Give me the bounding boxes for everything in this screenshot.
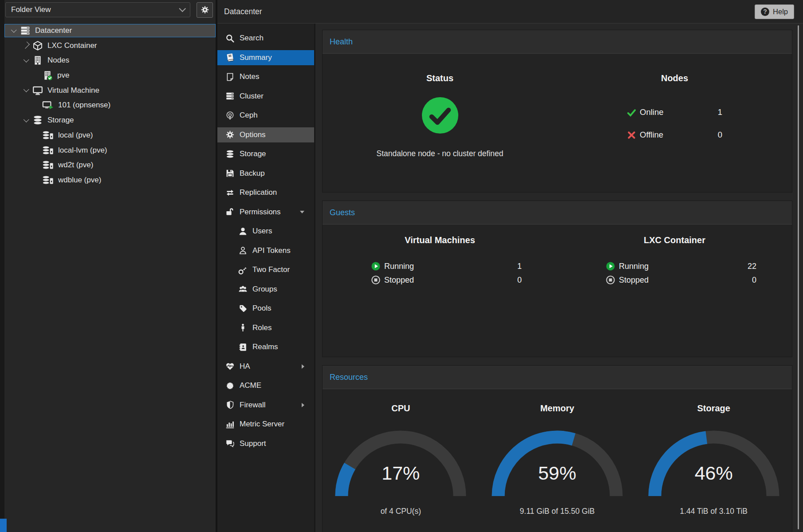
- gauge-cpu: CPU 17% of 4 CPU(s): [323, 389, 479, 516]
- status-heading: Status: [426, 73, 453, 83]
- tree-item-datacenter[interactable]: Datacenter: [4, 24, 216, 37]
- chevron-down-icon[interactable]: [23, 87, 29, 94]
- nodes-column: Nodes Online 1: [557, 54, 792, 158]
- users-icon: [238, 284, 248, 294]
- replication-icon: [225, 188, 235, 197]
- ceph-icon: [225, 111, 235, 120]
- menu-item-permissions[interactable]: Permissions: [217, 205, 314, 220]
- menu-item-cluster[interactable]: Cluster: [217, 89, 314, 104]
- vm-stopped-row: Stopped 0: [371, 274, 522, 286]
- menu-item-storage[interactable]: Storage: [217, 146, 314, 162]
- tree-item-101-opnsense[interactable]: 101 (opnsense): [4, 99, 216, 112]
- memory-percent: 59%: [486, 462, 628, 484]
- tree-item-label: Storage: [47, 116, 74, 125]
- storage-gauge-arc: [643, 424, 785, 500]
- menu-item-two-factor[interactable]: Two Factor: [217, 262, 314, 277]
- floppy-icon: [225, 169, 235, 178]
- chevron-down-icon[interactable]: [23, 57, 29, 63]
- tree-item-wdblue-pve[interactable]: wdblue (pve): [4, 173, 216, 187]
- database-drive-icon: [42, 175, 54, 185]
- menu-item-label: Firewall: [240, 401, 266, 410]
- view-mode-select[interactable]: Folder View: [5, 2, 190, 17]
- nodes-offline-row: Offline 0: [627, 127, 722, 142]
- nodes-online-row: Online 1: [627, 105, 722, 120]
- menu-item-realms[interactable]: Realms: [217, 339, 314, 355]
- menu-item-label: Pools: [252, 304, 272, 313]
- unlock-icon: [225, 207, 235, 217]
- chevron-down-icon[interactable]: [10, 28, 16, 34]
- tree-item-nodes[interactable]: Nodes: [4, 54, 216, 67]
- menu-item-label: Realms: [252, 343, 278, 351]
- question-icon: ?: [761, 8, 769, 16]
- tree-item-label: wdblue (pve): [58, 176, 101, 185]
- tree-item-label: wd2t (pve): [58, 161, 93, 169]
- tree-item-local-pve[interactable]: local (pve): [4, 129, 216, 142]
- tree-item-local-lvm-pve[interactable]: local-lvm (pve): [4, 144, 216, 157]
- vm-running-label: Running: [384, 262, 414, 271]
- menu-item-label: Metric Server: [240, 420, 284, 429]
- menu-item-pools[interactable]: Pools: [217, 301, 314, 316]
- lxc-heading: LXC Container: [557, 235, 792, 245]
- menu-item-search[interactable]: Search: [217, 31, 314, 46]
- chart-bar-icon: [225, 420, 235, 429]
- menu-item-ceph[interactable]: Ceph: [217, 108, 314, 123]
- menu-item-roles[interactable]: Roles: [217, 320, 314, 335]
- gauge-memory: Memory 59% 9.11 GiB of 15.50 GiB: [479, 389, 636, 516]
- window-edge: [0, 0, 4, 532]
- help-button[interactable]: ? Help: [755, 4, 794, 19]
- book-icon: [225, 53, 235, 62]
- lxc-running-row: Running 22: [606, 260, 756, 272]
- menu-item-metric-server[interactable]: Metric Server: [217, 417, 314, 432]
- menu-item-acme[interactable]: ACME: [217, 378, 314, 393]
- monitor-play-icon: [42, 100, 54, 110]
- menu-item-label: Ceph: [240, 111, 258, 120]
- caret-right-icon: [302, 403, 304, 407]
- storage-gauge: 46%: [643, 424, 785, 500]
- server-icon: [225, 91, 235, 101]
- user-icon: [238, 227, 248, 236]
- cpu-gauge-arc: [330, 424, 472, 500]
- status-message: Standalone node - no cluster defined: [376, 149, 503, 158]
- focus-indicator: [0, 519, 7, 532]
- menu-item-backup[interactable]: Backup: [217, 166, 314, 181]
- health-panel: Health Status Standalone node - no clust…: [322, 30, 792, 193]
- tree-item-virtual-machine[interactable]: Virtual Machine: [4, 84, 216, 97]
- tree-item-lxc-container[interactable]: LXC Container: [4, 39, 216, 52]
- tree-settings-button[interactable]: [197, 2, 213, 18]
- menu-item-ha[interactable]: HA: [217, 359, 314, 374]
- menu-item-firewall[interactable]: Firewall: [217, 398, 314, 413]
- tree-item-label: 101 (opnsense): [58, 101, 110, 110]
- tree-item-storage[interactable]: Storage: [4, 114, 216, 127]
- scrollbar-thumb[interactable]: [798, 25, 799, 529]
- menu-item-label: Roles: [252, 323, 272, 332]
- menu-item-groups[interactable]: Groups: [217, 282, 314, 297]
- lxc-stopped-label: Stopped: [619, 276, 649, 285]
- menu-item-label: Cluster: [240, 92, 264, 101]
- menu-item-summary[interactable]: Summary: [217, 50, 314, 65]
- menu-item-api-tokens[interactable]: API Tokens: [217, 243, 314, 258]
- online-count: 1: [718, 107, 722, 117]
- tree-item-pve[interactable]: pve: [4, 69, 216, 82]
- stop-circle-icon: [606, 276, 615, 284]
- chevron-right-icon[interactable]: [23, 43, 29, 49]
- comments-icon: [225, 439, 235, 448]
- menu-item-users[interactable]: Users: [217, 224, 314, 239]
- menu-item-label: Backup: [240, 169, 265, 178]
- tree-item-label: Datacenter: [35, 26, 72, 35]
- search-icon: [225, 34, 235, 43]
- chevron-down-icon[interactable]: [23, 117, 29, 123]
- view-mode-value: Folder View: [11, 5, 51, 14]
- database-icon: [225, 150, 235, 159]
- tree-item-wd2t-pve[interactable]: wd2t (pve): [4, 158, 216, 172]
- resources-panel: Resources CPU 17% of 4 CPU(s) Memo: [322, 365, 792, 532]
- cube-icon: [32, 40, 43, 51]
- menu-item-support[interactable]: Support: [217, 436, 314, 451]
- heartbeat-icon: [225, 362, 235, 371]
- menu-item-notes[interactable]: Notes: [217, 69, 314, 84]
- memory-heading: Memory: [540, 403, 575, 414]
- menu-item-replication[interactable]: Replication: [217, 185, 314, 200]
- menu-item-label: Users: [252, 227, 272, 236]
- menu-item-options[interactable]: Options: [217, 127, 314, 142]
- check-icon: [627, 108, 636, 117]
- offline-count: 0: [718, 130, 722, 140]
